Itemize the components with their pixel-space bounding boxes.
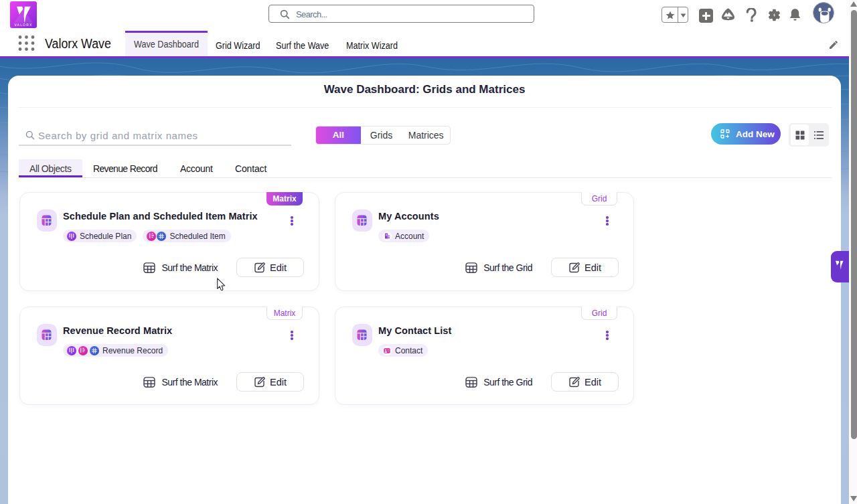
svg-text:VALORX: VALORX — [14, 23, 32, 27]
